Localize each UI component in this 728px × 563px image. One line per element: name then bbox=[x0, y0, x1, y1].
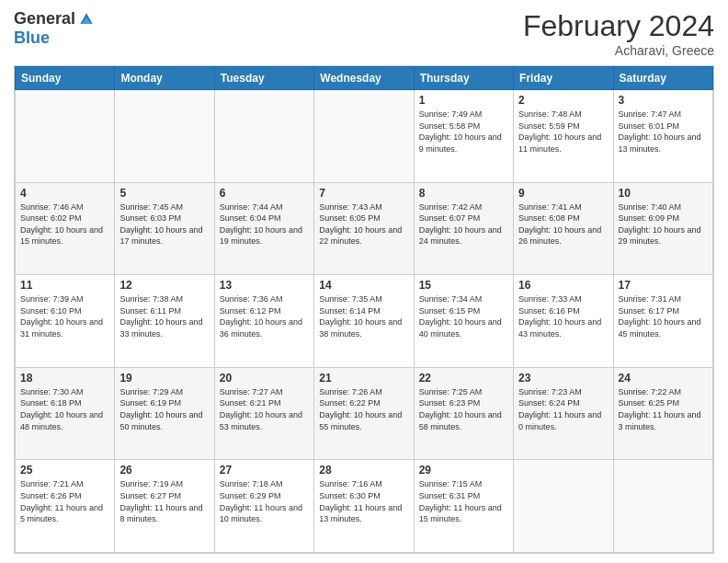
day-number: 11 bbox=[20, 279, 109, 292]
day-number: 3 bbox=[619, 94, 708, 107]
day-number: 1 bbox=[419, 94, 508, 107]
day-info: Sunrise: 7:38 AM Sunset: 6:11 PM Dayligh… bbox=[119, 293, 209, 339]
day-number: 27 bbox=[220, 464, 309, 477]
location: Acharavi, Greece bbox=[523, 43, 714, 58]
day-info: Sunrise: 7:39 AM Sunset: 6:10 PM Dayligh… bbox=[20, 293, 109, 339]
day-number: 10 bbox=[619, 187, 708, 200]
calendar-cell: 7Sunrise: 7:43 AM Sunset: 6:05 PM Daylig… bbox=[314, 182, 414, 275]
day-info: Sunrise: 7:21 AM Sunset: 6:26 PM Dayligh… bbox=[20, 478, 109, 524]
day-number: 7 bbox=[319, 187, 408, 200]
calendar-cell: 4Sunrise: 7:46 AM Sunset: 6:02 PM Daylig… bbox=[16, 182, 115, 275]
calendar-cell: 12Sunrise: 7:38 AM Sunset: 6:11 PM Dayli… bbox=[115, 275, 214, 368]
calendar-cell: 8Sunrise: 7:42 AM Sunset: 6:07 PM Daylig… bbox=[414, 182, 513, 275]
day-info: Sunrise: 7:47 AM Sunset: 6:01 PM Dayligh… bbox=[619, 109, 708, 155]
day-info: Sunrise: 7:33 AM Sunset: 6:16 PM Dayligh… bbox=[518, 293, 608, 339]
day-info: Sunrise: 7:30 AM Sunset: 6:18 PM Dayligh… bbox=[20, 386, 109, 432]
day-info: Sunrise: 7:45 AM Sunset: 6:03 PM Dayligh… bbox=[119, 201, 209, 247]
calendar-cell: 17Sunrise: 7:31 AM Sunset: 6:17 PM Dayli… bbox=[613, 275, 712, 368]
day-number: 2 bbox=[518, 94, 608, 107]
day-info: Sunrise: 7:15 AM Sunset: 6:31 PM Dayligh… bbox=[419, 478, 508, 524]
calendar-cell: 2Sunrise: 7:48 AM Sunset: 5:59 PM Daylig… bbox=[514, 90, 613, 183]
calendar-cell: 25Sunrise: 7:21 AM Sunset: 6:26 PM Dayli… bbox=[16, 460, 115, 553]
day-number: 25 bbox=[20, 464, 109, 477]
calendar-cell: 3Sunrise: 7:47 AM Sunset: 6:01 PM Daylig… bbox=[613, 90, 712, 183]
header: General Blue February 2024 Acharavi, Gre… bbox=[14, 9, 714, 58]
calendar-week-row: 4Sunrise: 7:46 AM Sunset: 6:02 PM Daylig… bbox=[16, 182, 713, 275]
logo-blue-text: Blue bbox=[14, 29, 50, 48]
day-info: Sunrise: 7:46 AM Sunset: 6:02 PM Dayligh… bbox=[20, 201, 109, 247]
day-info: Sunrise: 7:23 AM Sunset: 6:24 PM Dayligh… bbox=[518, 386, 608, 432]
calendar-cell: 22Sunrise: 7:25 AM Sunset: 6:23 PM Dayli… bbox=[414, 367, 513, 460]
day-info: Sunrise: 7:26 AM Sunset: 6:22 PM Dayligh… bbox=[319, 386, 408, 432]
day-info: Sunrise: 7:25 AM Sunset: 6:23 PM Dayligh… bbox=[419, 386, 508, 432]
calendar-cell bbox=[16, 90, 115, 183]
calendar-cell: 13Sunrise: 7:36 AM Sunset: 6:12 PM Dayli… bbox=[214, 275, 313, 368]
day-info: Sunrise: 7:18 AM Sunset: 6:29 PM Dayligh… bbox=[220, 478, 309, 524]
day-info: Sunrise: 7:44 AM Sunset: 6:04 PM Dayligh… bbox=[220, 201, 309, 247]
calendar-cell: 1Sunrise: 7:49 AM Sunset: 5:58 PM Daylig… bbox=[414, 90, 513, 183]
day-info: Sunrise: 7:48 AM Sunset: 5:59 PM Dayligh… bbox=[518, 109, 608, 155]
day-info: Sunrise: 7:35 AM Sunset: 6:14 PM Dayligh… bbox=[319, 293, 408, 339]
calendar-cell: 21Sunrise: 7:26 AM Sunset: 6:22 PM Dayli… bbox=[314, 367, 414, 460]
day-info: Sunrise: 7:42 AM Sunset: 6:07 PM Dayligh… bbox=[419, 201, 508, 247]
col-header-monday: Monday bbox=[115, 67, 214, 90]
day-number: 19 bbox=[119, 372, 209, 385]
calendar-cell: 18Sunrise: 7:30 AM Sunset: 6:18 PM Dayli… bbox=[16, 367, 115, 460]
col-header-friday: Friday bbox=[514, 67, 613, 90]
calendar-cell: 6Sunrise: 7:44 AM Sunset: 6:04 PM Daylig… bbox=[214, 182, 313, 275]
calendar-header-row: SundayMondayTuesdayWednesdayThursdayFrid… bbox=[16, 67, 713, 90]
day-number: 23 bbox=[518, 372, 608, 385]
day-number: 5 bbox=[119, 187, 209, 200]
calendar-cell: 9Sunrise: 7:41 AM Sunset: 6:08 PM Daylig… bbox=[514, 182, 613, 275]
col-header-wednesday: Wednesday bbox=[314, 67, 414, 90]
logo-general-text: General bbox=[14, 9, 75, 29]
day-info: Sunrise: 7:36 AM Sunset: 6:12 PM Dayligh… bbox=[220, 293, 309, 339]
calendar-cell: 11Sunrise: 7:39 AM Sunset: 6:10 PM Dayli… bbox=[16, 275, 115, 368]
logo-icon bbox=[77, 10, 96, 29]
calendar-cell bbox=[613, 460, 712, 553]
day-info: Sunrise: 7:16 AM Sunset: 6:30 PM Dayligh… bbox=[319, 478, 408, 524]
day-number: 29 bbox=[419, 464, 508, 477]
calendar-cell: 15Sunrise: 7:34 AM Sunset: 6:15 PM Dayli… bbox=[414, 275, 513, 368]
col-header-saturday: Saturday bbox=[613, 67, 712, 90]
day-number: 24 bbox=[619, 372, 708, 385]
col-header-sunday: Sunday bbox=[16, 67, 115, 90]
day-info: Sunrise: 7:19 AM Sunset: 6:27 PM Dayligh… bbox=[119, 478, 209, 524]
day-number: 20 bbox=[220, 372, 309, 385]
calendar-week-row: 11Sunrise: 7:39 AM Sunset: 6:10 PM Dayli… bbox=[16, 275, 713, 368]
day-number: 12 bbox=[119, 279, 209, 292]
day-number: 18 bbox=[20, 372, 109, 385]
day-number: 16 bbox=[518, 279, 608, 292]
day-number: 26 bbox=[119, 464, 209, 477]
day-number: 22 bbox=[419, 372, 508, 385]
day-info: Sunrise: 7:29 AM Sunset: 6:19 PM Dayligh… bbox=[119, 386, 209, 432]
calendar-cell: 24Sunrise: 7:22 AM Sunset: 6:25 PM Dayli… bbox=[613, 367, 712, 460]
header-right: February 2024 Acharavi, Greece bbox=[523, 9, 714, 58]
calendar-cell bbox=[115, 90, 214, 183]
calendar-cell: 14Sunrise: 7:35 AM Sunset: 6:14 PM Dayli… bbox=[314, 275, 414, 368]
day-number: 14 bbox=[319, 279, 408, 292]
calendar-cell: 29Sunrise: 7:15 AM Sunset: 6:31 PM Dayli… bbox=[414, 460, 513, 553]
day-number: 4 bbox=[20, 187, 109, 200]
calendar-cell bbox=[514, 460, 613, 553]
calendar-cell: 27Sunrise: 7:18 AM Sunset: 6:29 PM Dayli… bbox=[214, 460, 313, 553]
day-info: Sunrise: 7:40 AM Sunset: 6:09 PM Dayligh… bbox=[619, 201, 708, 247]
calendar-cell: 20Sunrise: 7:27 AM Sunset: 6:21 PM Dayli… bbox=[214, 367, 313, 460]
day-number: 13 bbox=[220, 279, 309, 292]
day-info: Sunrise: 7:43 AM Sunset: 6:05 PM Dayligh… bbox=[319, 201, 408, 247]
page: General Blue February 2024 Acharavi, Gre… bbox=[0, 0, 728, 563]
day-info: Sunrise: 7:34 AM Sunset: 6:15 PM Dayligh… bbox=[419, 293, 508, 339]
day-number: 8 bbox=[419, 187, 508, 200]
month-title: February 2024 bbox=[523, 9, 714, 43]
day-number: 9 bbox=[518, 187, 608, 200]
day-info: Sunrise: 7:49 AM Sunset: 5:58 PM Dayligh… bbox=[419, 109, 508, 155]
day-info: Sunrise: 7:31 AM Sunset: 6:17 PM Dayligh… bbox=[619, 293, 708, 339]
calendar-cell: 26Sunrise: 7:19 AM Sunset: 6:27 PM Dayli… bbox=[115, 460, 214, 553]
col-header-tuesday: Tuesday bbox=[214, 67, 313, 90]
day-number: 6 bbox=[220, 187, 309, 200]
col-header-thursday: Thursday bbox=[414, 67, 513, 90]
calendar-cell: 23Sunrise: 7:23 AM Sunset: 6:24 PM Dayli… bbox=[514, 367, 613, 460]
calendar: SundayMondayTuesdayWednesdayThursdayFrid… bbox=[14, 65, 714, 554]
calendar-cell bbox=[214, 90, 313, 183]
calendar-cell: 10Sunrise: 7:40 AM Sunset: 6:09 PM Dayli… bbox=[613, 182, 712, 275]
